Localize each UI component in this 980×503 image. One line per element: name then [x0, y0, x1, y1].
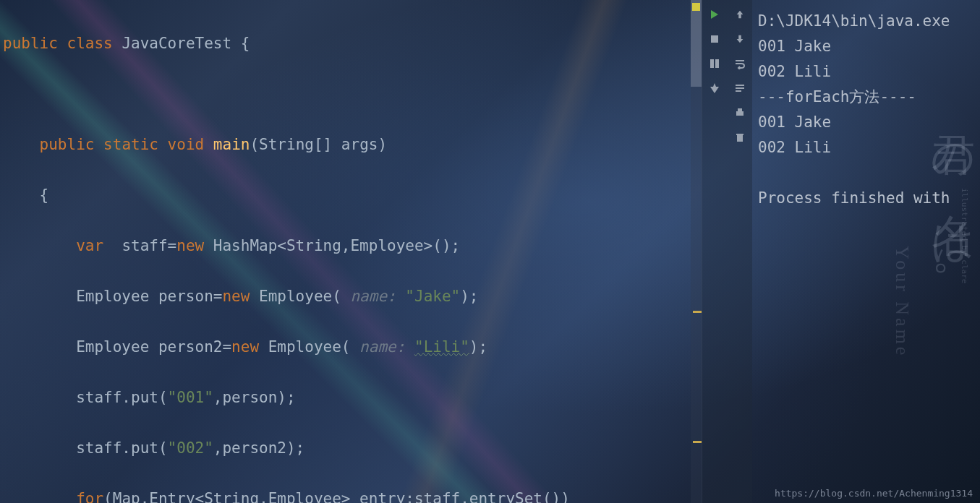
svg-rect-1 [710, 59, 714, 68]
console-line: D:\JDK14\bin\java.exe [758, 9, 974, 34]
console-line: Process finished with [758, 186, 974, 211]
code-text: staff.put( [76, 389, 167, 406]
run-toolbar [702, 0, 752, 503]
print-icon[interactable] [733, 106, 747, 120]
console-line: 001 Jake [758, 34, 974, 59]
up-icon[interactable] [733, 7, 747, 22]
warning-marker[interactable] [692, 3, 700, 11]
method-params: (String[] args) [250, 136, 387, 153]
scrollbar-thumb[interactable] [691, 0, 702, 87]
svg-rect-4 [736, 87, 744, 89]
svg-rect-6 [736, 111, 743, 116]
run-icon[interactable] [707, 7, 722, 22]
down-icon[interactable] [733, 32, 747, 46]
svg-rect-5 [736, 90, 741, 92]
string-literal: "Lili" [414, 338, 469, 356]
code-text: (Map.Entry<String,Employee> entry:staff.… [103, 490, 570, 503]
console-line: ---forEach方法---- [758, 85, 974, 110]
console-output[interactable]: D:\JDK14\bin\java.exe 001 Jake 002 Lili … [752, 0, 980, 503]
wrap-icon[interactable] [733, 56, 747, 71]
code-text: Employee( [259, 338, 350, 356]
scroll-icon[interactable] [733, 81, 747, 95]
svg-rect-9 [736, 134, 743, 135]
stop-icon[interactable] [707, 32, 722, 46]
console-line: 002 Lili [758, 135, 974, 160]
keyword-public: public [40, 136, 95, 153]
console-line: 001 Jake [758, 110, 974, 135]
code-text: staff= [103, 237, 176, 254]
keyword-var: var [76, 237, 103, 254]
keyword-static: static [103, 136, 158, 153]
svg-rect-3 [736, 85, 744, 86]
edit-marker[interactable] [693, 441, 702, 443]
keyword-new: new [176, 237, 204, 254]
string-literal: "001" [168, 389, 213, 406]
code-text: staff.put( [76, 439, 167, 457]
keyword-void: void [168, 136, 205, 153]
string-literal: "002" [168, 439, 213, 457]
code-text: ,person2); [213, 439, 304, 457]
svg-rect-7 [738, 108, 742, 111]
watermark-english: Your Name [890, 246, 915, 358]
code-editor[interactable]: public class JavaCoreTest { public stati… [0, 0, 691, 503]
svg-rect-8 [737, 135, 743, 142]
footer-url: https://blog.csdn.net/Achenming1314 [775, 488, 973, 499]
code-text: ,person); [213, 389, 296, 406]
method-name: main [213, 136, 250, 153]
keyword-public: public [3, 35, 58, 52]
param-hint: name: [341, 288, 406, 305]
editor-scrollbar[interactable] [691, 0, 702, 503]
code-text: HashMap<String,Employee>(); [204, 237, 460, 254]
param-hint: name: [350, 338, 414, 356]
pin-icon[interactable] [707, 81, 722, 95]
keyword-for: for [76, 490, 103, 503]
keyword-class: class [67, 35, 113, 52]
string-literal: "Jake" [405, 288, 460, 305]
edit-marker[interactable] [693, 311, 702, 313]
svg-rect-2 [715, 59, 719, 68]
layout-icon[interactable] [707, 56, 722, 71]
code-text: ); [469, 338, 487, 356]
code-text: Employee person= [76, 288, 222, 305]
trash-icon[interactable] [733, 130, 747, 145]
console-line: 002 Lili [758, 59, 974, 85]
code-text: Employee person2= [76, 338, 231, 356]
class-name: JavaCoreTest [122, 35, 231, 52]
svg-rect-0 [711, 35, 718, 43]
code-text: ); [460, 288, 478, 305]
keyword-new: new [231, 338, 259, 356]
keyword-new: new [222, 288, 250, 305]
code-text: Employee( [250, 288, 341, 305]
